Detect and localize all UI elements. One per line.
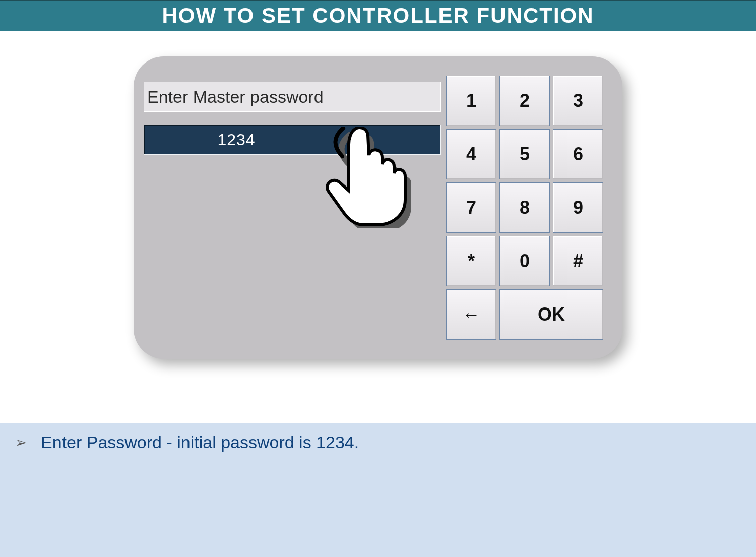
key-1[interactable]: 1: [446, 76, 496, 126]
bullet-icon: ➢: [15, 434, 27, 451]
password-value: 1234: [146, 126, 327, 153]
instruction-text: Enter Password - initial password is 123…: [41, 432, 359, 452]
page-title: HOW TO SET CONTROLLER FUNCTION: [0, 0, 756, 31]
password-prompt: Enter Master password: [144, 82, 441, 112]
key-3[interactable]: 3: [553, 76, 603, 126]
key-6[interactable]: 6: [553, 129, 603, 179]
instruction-bar: ➢ Enter Password - initial password is 1…: [0, 423, 756, 557]
key-8[interactable]: 8: [499, 182, 550, 233]
key-4[interactable]: 4: [446, 129, 496, 179]
key-ok[interactable]: OK: [499, 289, 603, 340]
panel-wrap: Enter Master password 1234 1 2 3 4 5: [0, 31, 756, 359]
key-7[interactable]: 7: [446, 182, 496, 233]
key-star[interactable]: *: [446, 236, 496, 286]
key-backspace[interactable]: ←: [446, 289, 496, 340]
numeric-keypad: 1 2 3 4 5 6 7 8 9 * 0 # ← OK: [446, 76, 607, 340]
key-9[interactable]: 9: [553, 182, 603, 233]
key-5[interactable]: 5: [499, 129, 550, 179]
instruction-line: ➢ Enter Password - initial password is 1…: [0, 423, 756, 452]
key-hash[interactable]: #: [553, 236, 603, 286]
device-panel: Enter Master password 1234 1 2 3 4 5: [134, 56, 622, 359]
key-2[interactable]: 2: [499, 76, 550, 126]
key-0[interactable]: 0: [499, 236, 550, 286]
